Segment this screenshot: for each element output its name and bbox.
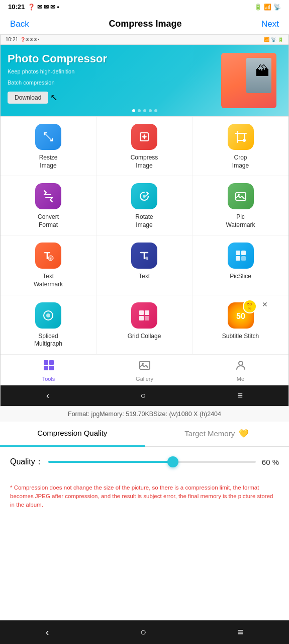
info-bar: Format: jpgMemory: 519.70KBSize: (w)1080… [0,406,289,422]
svg-point-28 [142,363,144,365]
status-bar: 10:21 ❓ ✉ ✉ ✉ • 🔋 📶 📡 [0,0,289,14]
bottom-panel: Compression Quality Target Memory 💛 Qual… [0,422,289,620]
svg-point-29 [239,361,243,365]
banner-subtitle2: Batch compression [8,79,221,87]
mockup-signal: 📡 [271,37,276,42]
mockup-wifi: 📶 [264,37,269,42]
tool-resize[interactable]: ResizeImage [1,117,97,176]
svg-rect-12 [236,251,240,255]
tool-text-watermark[interactable]: T + TextWatermark [1,235,97,295]
svg-point-17 [46,313,50,317]
mockup-status-bar: 10:21 ❓✉✉✉• 📶 📡 🔋 [1,35,288,45]
phone-back-button[interactable]: ‹ [46,626,49,638]
tab-tools-label: Tools [42,376,55,382]
crop-icon [228,124,254,150]
mockup-status-icons: ❓✉✉✉• [20,37,39,42]
next-button[interactable]: Next [261,19,279,29]
slider-wrapper[interactable] [48,461,256,463]
tool-convert[interactable]: ConvertFormat [1,176,97,235]
slider-fill [48,461,173,463]
banner-dots [132,109,157,112]
tab-tools[interactable]: Tools [1,355,97,385]
tool-rotate[interactable]: RotateImage [97,176,192,235]
grid-icon [131,302,157,329]
svg-text:50: 50 [236,312,245,320]
phone-menu-button[interactable]: ≡ [238,626,244,638]
dot-4 [149,109,152,112]
me-tab-icon [235,359,247,374]
banner-image [221,53,281,108]
close-badge-icon[interactable]: ✕ [262,300,268,308]
cursor-icon: ↖ [50,92,58,103]
tool-grid[interactable]: Grid Collage [97,295,192,355]
banner-title: Photo Compressor [8,53,221,65]
quality-label: Quality： [10,457,43,467]
banner-subtitle1: Keep photos high-definition [8,68,221,75]
spliced-icon [35,302,61,329]
tool-subtitle[interactable]: 50 50% ✕ Subtitle Stitch [192,295,288,355]
tool-text-watermark-label: TextWatermark [34,273,63,288]
tool-pic-watermark[interactable]: PicWatermark [192,176,288,235]
phone-home-button[interactable]: ○ [140,626,146,638]
tool-crop[interactable]: CropImage [192,117,288,176]
dot-5 [154,109,157,112]
svg-rect-20 [139,316,144,320]
tool-grid-label: Grid Collage [128,333,161,341]
tab-gallery-label: Gallery [136,376,153,382]
banner-download-button[interactable]: Download [8,92,48,104]
tool-compress[interactable]: CompressImage [97,117,192,176]
tool-text-label: Text [139,273,150,281]
status-right: 🔋 📶 📡 [254,4,281,11]
tool-compress-label: CompressImage [131,154,158,170]
banner-photo [221,53,276,108]
svg-point-1 [143,135,146,138]
tools-grid: ResizeImage CompressImage CropImage [1,116,288,355]
svg-rect-14 [236,256,240,261]
compression-quality-label: Compression Quality [37,429,107,437]
tool-spliced[interactable]: SplicedMultigraph [1,295,97,355]
special-offer-badge: 50% [243,299,257,313]
svg-rect-13 [241,251,246,255]
svg-point-3 [243,139,246,142]
tool-resize-label: ResizeImage [39,154,58,170]
notice-content: * Compression does not change the size o… [10,485,273,508]
status-left: 10:21 ❓ ✉ ✉ ✉ • [8,3,59,11]
home-nav-button[interactable]: ○ [141,390,146,401]
tab-bar: Tools Gallery Me [1,355,288,385]
banner: Photo Compressor Keep photos high-defini… [1,45,288,116]
tool-text[interactable]: Text [97,235,192,295]
compress-icon [131,124,157,150]
svg-rect-19 [145,310,149,315]
svg-rect-25 [44,366,48,370]
battery-icon: 🔋 [254,4,262,11]
premium-icon: 💛 [239,429,249,438]
tool-picslice[interactable]: PicSlice [192,235,288,295]
svg-rect-23 [44,360,48,365]
tab-gallery[interactable]: Gallery [97,355,192,385]
pic-watermark-icon [228,183,254,209]
quality-tabs: Compression Quality Target Memory 💛 [0,422,289,447]
time: 10:21 [8,3,25,11]
tab-compression-quality[interactable]: Compression Quality [0,422,145,447]
slider-thumb[interactable] [167,456,178,467]
system-nav-bar: ‹ ○ ≡ [1,385,288,406]
subtitle-icon-wrapper: 50 50% ✕ [228,302,254,333]
phone-mockup: 10:21 ❓✉✉✉• 📶 📡 🔋 Photo Compressor Keep … [0,35,289,406]
tab-me[interactable]: Me [192,355,288,385]
back-nav-button[interactable]: ‹ [46,390,49,401]
menu-nav-button[interactable]: ≡ [238,390,243,401]
status-icons: ❓ ✉ ✉ ✉ • [28,4,59,11]
tab-target-memory[interactable]: Target Memory 💛 [145,422,290,447]
target-memory-label: Target Memory [184,429,235,438]
resize-icon [35,124,61,150]
tool-convert-label: ConvertFormat [38,213,59,229]
dot-2 [138,109,141,112]
svg-rect-24 [49,360,54,365]
tool-picslice-label: PicSlice [230,273,251,281]
svg-rect-26 [49,366,54,370]
back-button[interactable]: Back [10,19,29,29]
svg-rect-18 [139,310,144,315]
svg-rect-21 [145,316,149,320]
text-icon [131,243,157,269]
svg-point-11 [147,259,148,260]
